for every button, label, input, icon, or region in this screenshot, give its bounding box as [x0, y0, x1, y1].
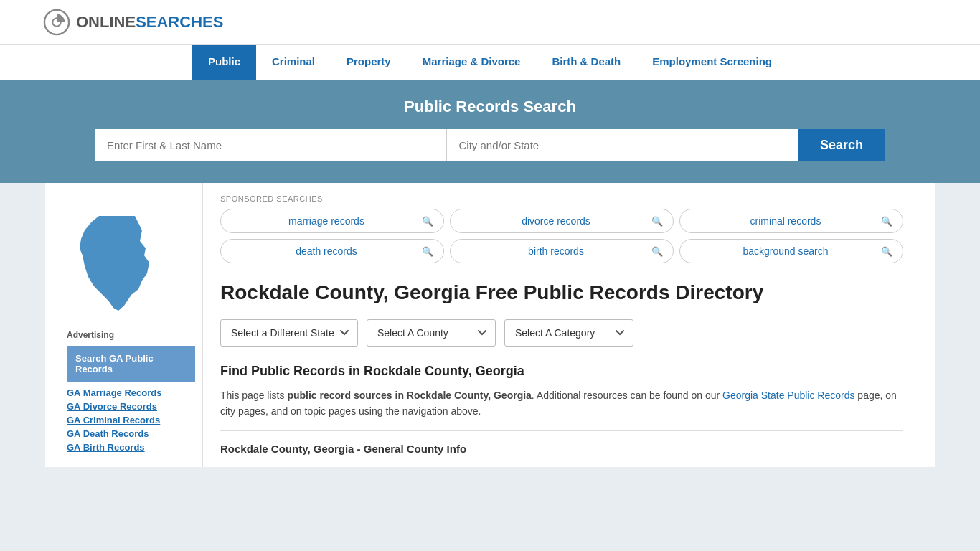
search-icon-divorce: 🔍	[651, 216, 663, 227]
name-input[interactable]	[95, 129, 447, 161]
find-text-prefix: This page lists	[220, 390, 287, 401]
dropdowns-row: Select a Different State Select A County…	[220, 319, 903, 347]
logo-icon	[43, 9, 70, 36]
search-icon-background: 🔍	[881, 246, 892, 257]
search-button[interactable]: Search	[798, 129, 885, 161]
sponsored-grid: marriage records 🔍 divorce records 🔍 cri…	[220, 209, 903, 263]
sidebar-link-death[interactable]: GA Death Records	[67, 428, 195, 439]
nav-item-birth-death[interactable]: Birth & Death	[536, 45, 636, 80]
sidebar-link-birth[interactable]: GA Birth Records	[67, 442, 195, 453]
main-nav: Public Criminal Property Marriage & Divo…	[0, 45, 980, 80]
logo[interactable]: ONLINESEARCHES	[43, 9, 223, 36]
find-records-title: Find Public Records in Rockdale County, …	[220, 364, 903, 379]
sponsored-pill-criminal[interactable]: criminal records 🔍	[679, 209, 903, 233]
search-icon-birth: 🔍	[651, 246, 663, 257]
nav-item-criminal[interactable]: Criminal	[256, 45, 331, 80]
sidebar-advertising-label: Advertising	[67, 330, 195, 340]
find-records-text: This page lists public record sources in…	[220, 387, 903, 420]
main-area: SPONSORED SEARCHES marriage records 🔍 di…	[203, 183, 920, 467]
state-dropdown[interactable]: Select a Different State	[220, 319, 358, 347]
sidebar-link-criminal[interactable]: GA Criminal Records	[67, 415, 195, 425]
search-icon-death: 🔍	[422, 246, 433, 257]
sponsored-pill-divorce[interactable]: divorce records 🔍	[450, 209, 674, 233]
nav-item-marriage-divorce[interactable]: Marriage & Divorce	[407, 45, 537, 80]
nav-item-public[interactable]: Public	[192, 45, 256, 80]
search-icon-marriage: 🔍	[422, 216, 433, 227]
sponsored-label: SPONSORED SEARCHES	[220, 194, 903, 203]
sidebar-ad-block[interactable]: Search GA Public Records	[67, 346, 195, 382]
sidebar-link-marriage[interactable]: GA Marriage Records	[67, 387, 195, 398]
sidebar: Advertising Search GA Public Records GA …	[60, 183, 203, 467]
location-input[interactable]	[447, 129, 798, 161]
category-dropdown[interactable]: Select A Category	[504, 319, 633, 347]
hero-section: Public Records Search Search	[0, 80, 980, 183]
find-text-bold: public record sources in Rockdale County…	[287, 390, 531, 401]
county-info-title: Rockdale County, Georgia - General Count…	[220, 443, 903, 455]
find-text-suffix: . Additional resources can be found on o…	[532, 390, 722, 401]
site-header: ONLINESEARCHES	[0, 0, 980, 45]
search-icon-criminal: 🔍	[881, 216, 892, 227]
sponsored-pill-birth[interactable]: birth records 🔍	[450, 239, 674, 263]
georgia-map	[67, 209, 195, 319]
sponsored-pill-death[interactable]: death records 🔍	[220, 239, 444, 263]
sponsored-pill-background[interactable]: background search 🔍	[679, 239, 903, 263]
sidebar-link-divorce[interactable]: GA Divorce Records	[67, 401, 195, 412]
section-divider	[220, 430, 903, 431]
page-title: Rockdale County, Georgia Free Public Rec…	[220, 281, 903, 305]
hero-title: Public Records Search	[43, 98, 937, 116]
sponsored-pill-marriage[interactable]: marriage records 🔍	[220, 209, 444, 233]
nav-item-property[interactable]: Property	[331, 45, 407, 80]
content-wrapper: Advertising Search GA Public Records GA …	[45, 183, 935, 467]
logo-text: ONLINESEARCHES	[76, 13, 223, 32]
georgia-records-link[interactable]: Georgia State Public Records	[722, 390, 854, 401]
search-bar: Search	[95, 129, 885, 161]
county-dropdown[interactable]: Select A County	[367, 319, 496, 347]
nav-item-employment[interactable]: Employment Screening	[636, 45, 788, 80]
